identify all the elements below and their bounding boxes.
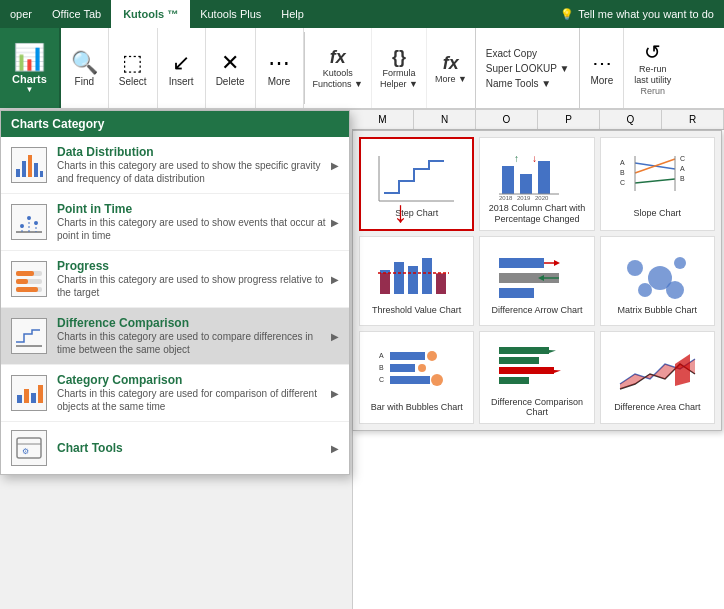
difference-arrow-item[interactable]: Difference Arrow Chart	[479, 236, 594, 326]
slope-chart-thumbnail: A B C C A B	[612, 148, 702, 208]
svg-rect-50	[408, 266, 418, 294]
dropdown-item-data-distribution[interactable]: Data Distribution Charts in this categor…	[1, 137, 349, 194]
bar-bubbles-thumbnail: A B C	[372, 342, 462, 402]
data-distribution-icon	[11, 147, 47, 183]
difference-area-label: Difference Area Chart	[614, 402, 700, 413]
svg-rect-78	[499, 357, 539, 364]
exact-copy-button[interactable]: Exact Copy	[482, 46, 574, 61]
difference-area-thumbnail	[612, 342, 702, 402]
rerun-button[interactable]: ↺ Re-runlast utility Rerun	[624, 28, 681, 108]
slope-chart-item[interactable]: A B C C A B Slope Chart	[600, 137, 715, 231]
difference-comparison-thumbnail	[492, 337, 582, 397]
dropdown-item-difference-comparison[interactable]: Difference Comparison Charts in this cat…	[1, 308, 349, 365]
bar-bubbles-item[interactable]: A B C Bar with Bubbles Chart	[359, 331, 474, 425]
svg-text:A: A	[379, 352, 384, 359]
svg-rect-23	[17, 438, 41, 458]
fx-icon: fx	[330, 47, 346, 68]
svg-marker-82	[554, 370, 561, 373]
more-formula-icon: fx	[443, 53, 459, 74]
svg-rect-15	[16, 279, 28, 284]
slope-chart-label: Slope Chart	[634, 208, 682, 219]
tab-kutools-plus[interactable]: Kutools Plus	[190, 0, 271, 28]
tab-kutools[interactable]: Kutools ™	[111, 0, 190, 28]
select-button[interactable]: ⬚ Select	[109, 28, 158, 108]
dropdown-item-category-comparison[interactable]: Category Comparison Charts in this categ…	[1, 365, 349, 422]
matrix-bubble-thumbnail	[612, 245, 702, 305]
chart-tools-text: Chart Tools	[57, 441, 331, 455]
threshold-value-thumbnail	[372, 245, 462, 305]
svg-text:↓: ↓	[532, 153, 537, 164]
svg-text:A: A	[680, 165, 685, 172]
svg-text:B: B	[680, 175, 685, 182]
svg-rect-2	[28, 155, 32, 177]
find-icon: 🔍	[71, 50, 98, 76]
svg-marker-84	[675, 354, 690, 386]
col-p: P	[538, 110, 600, 129]
category-comparison-arrow: ▶	[331, 388, 339, 399]
svg-rect-3	[34, 163, 38, 177]
difference-area-item[interactable]: Difference Area Chart	[600, 331, 715, 425]
delete-button[interactable]: ✕ Delete	[206, 28, 256, 108]
tab-help[interactable]: Help	[271, 0, 314, 28]
difference-comparison-item[interactable]: Difference Comparison Chart	[479, 331, 594, 425]
tab-developer[interactable]: oper	[0, 0, 42, 28]
tab-office[interactable]: Office Tab	[42, 0, 111, 28]
more-formula-button[interactable]: fx More ▼	[427, 28, 475, 108]
kutools-functions-button[interactable]: fx KutoolsFunctions ▼	[305, 28, 372, 108]
progress-icon	[11, 261, 47, 297]
more-button[interactable]: ⋯ More	[256, 28, 304, 108]
svg-rect-79	[499, 367, 554, 374]
svg-rect-71	[390, 352, 425, 360]
charts-button[interactable]: 📊 Charts ▼	[0, 28, 61, 108]
difference-comparison-chart-label: Difference Comparison Chart	[483, 397, 590, 419]
svg-rect-22	[38, 385, 43, 403]
matrix-bubble-item[interactable]: Matrix Bubble Chart	[600, 236, 715, 326]
dropdown-item-point-in-time[interactable]: Point in Time Charts in this category ar…	[1, 194, 349, 251]
column-pct-label: 2018 Column Chart with Percentage Change…	[483, 203, 590, 225]
more-right-button[interactable]: ⋯ More	[580, 28, 624, 108]
col-r: R	[662, 110, 724, 129]
insert-icon: ↙	[172, 50, 190, 76]
point-in-time-icon	[11, 204, 47, 240]
svg-text:B: B	[379, 364, 384, 371]
svg-rect-28	[502, 166, 514, 194]
svg-rect-17	[16, 287, 38, 292]
chevron-down-icon: ▼	[25, 85, 33, 94]
svg-rect-55	[436, 273, 446, 294]
select-icon: ⬚	[122, 50, 143, 76]
point-in-time-arrow: ▶	[331, 217, 339, 228]
svg-point-74	[427, 351, 437, 361]
data-distribution-arrow: ▶	[331, 160, 339, 171]
svg-rect-56	[499, 258, 544, 268]
svg-text:C: C	[620, 179, 625, 186]
svg-text:⚙: ⚙	[22, 447, 29, 456]
svg-point-63	[627, 260, 643, 276]
svg-point-66	[638, 283, 652, 297]
find-button[interactable]: 🔍 Find	[61, 28, 109, 108]
difference-arrow-label: Difference Arrow Chart	[492, 305, 583, 316]
tell-me-box[interactable]: 💡 Tell me what you want to do	[550, 4, 724, 25]
category-comparison-text: Category Comparison Charts in this categ…	[57, 373, 331, 413]
insert-button[interactable]: ↙ Insert	[158, 28, 206, 108]
dropdown-item-chart-tools[interactable]: ⚙ Chart Tools ▶	[1, 422, 349, 474]
name-tools-button[interactable]: Name Tools ▼	[482, 76, 574, 91]
chart-panel: Step Chart ↑ ↓ 2018 2019 2020	[352, 130, 722, 431]
svg-rect-54	[380, 273, 390, 294]
svg-rect-77	[499, 347, 549, 354]
data-distribution-text: Data Distribution Charts in this categor…	[57, 145, 331, 185]
threshold-value-label: Threshold Value Chart	[372, 305, 461, 316]
column-pct-chart-item[interactable]: ↑ ↓ 2018 2019 2020 2018 Column Chart wit…	[479, 137, 594, 231]
formula-helper-button[interactable]: {} FormulaHelper ▼	[372, 28, 427, 108]
threshold-value-item[interactable]: Threshold Value Chart	[359, 236, 474, 326]
svg-marker-81	[549, 350, 556, 353]
bar-bubbles-label: Bar with Bubbles Chart	[371, 402, 463, 413]
dropdown-header: Charts Category	[1, 111, 349, 137]
svg-line-44	[635, 159, 675, 173]
svg-rect-20	[24, 389, 29, 403]
step-chart-item[interactable]: Step Chart	[359, 137, 474, 231]
super-lookup-button[interactable]: Super LOOKUP ▼	[482, 61, 574, 76]
svg-text:C: C	[680, 155, 685, 162]
svg-rect-72	[390, 364, 415, 372]
dropdown-item-progress[interactable]: Progress Charts in this category are use…	[1, 251, 349, 308]
svg-rect-73	[390, 376, 430, 384]
